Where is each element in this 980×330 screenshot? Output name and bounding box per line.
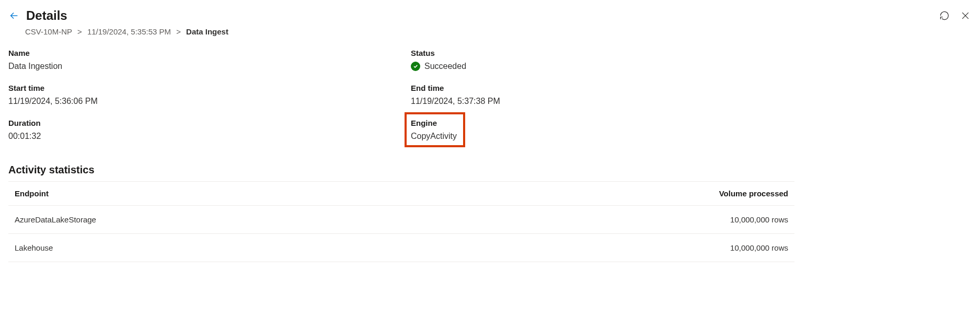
breadcrumb-current: Data Ingest — [186, 27, 228, 36]
breadcrumb-item[interactable]: 11/19/2024, 5:35:53 PM — [87, 27, 171, 36]
field-label: Engine — [411, 119, 457, 127]
status-text: Succeeded — [424, 62, 466, 71]
field-label: Start time — [8, 84, 411, 92]
col-endpoint: Endpoint — [8, 182, 429, 206]
info-grid: Name Data Ingestion Status Succeeded Sta… — [8, 49, 972, 147]
header-row: Details — [8, 8, 972, 23]
activity-section-title: Activity statistics — [8, 164, 972, 176]
header-left: Details — [8, 8, 67, 23]
breadcrumb-separator: > — [77, 27, 82, 36]
field-label: Name — [8, 49, 411, 57]
field-end-time: End time 11/19/2024, 5:37:38 PM — [411, 84, 972, 106]
cell-endpoint: AzureDataLakeStorage — [8, 206, 429, 234]
close-icon[interactable] — [959, 9, 972, 22]
field-duration: Duration 00:01:32 — [8, 119, 411, 147]
field-value: Data Ingestion — [8, 62, 411, 71]
field-value: 11/19/2024, 5:36:06 PM — [8, 97, 411, 106]
activity-table: Endpoint Volume processed AzureDataLakeS… — [8, 181, 794, 262]
field-label: Duration — [8, 119, 411, 127]
col-volume: Volume processed — [429, 182, 794, 206]
field-status: Status Succeeded — [411, 49, 972, 71]
field-label: Status — [411, 49, 972, 57]
refresh-icon[interactable] — [938, 9, 951, 22]
field-value: CopyActivity — [411, 132, 457, 141]
field-value: 00:01:32 — [8, 132, 411, 141]
highlight-box: Engine CopyActivity — [405, 112, 465, 147]
cell-volume: 10,000,000 rows — [429, 206, 794, 234]
breadcrumb-item[interactable]: CSV-10M-NP — [25, 27, 72, 36]
page-title: Details — [26, 8, 67, 23]
field-label: End time — [411, 84, 972, 92]
success-icon — [411, 62, 420, 71]
field-engine: Engine CopyActivity — [411, 119, 972, 147]
back-arrow-icon[interactable] — [8, 10, 20, 21]
breadcrumb: CSV-10M-NP > 11/19/2024, 5:35:53 PM > Da… — [25, 27, 972, 36]
table-row: AzureDataLakeStorage 10,000,000 rows — [8, 206, 794, 234]
field-name: Name Data Ingestion — [8, 49, 411, 71]
field-value: 11/19/2024, 5:37:38 PM — [411, 97, 972, 106]
table-row: Lakehouse 10,000,000 rows — [8, 234, 794, 262]
cell-endpoint: Lakehouse — [8, 234, 429, 262]
header-right — [938, 9, 972, 22]
cell-volume: 10,000,000 rows — [429, 234, 794, 262]
breadcrumb-separator: > — [176, 27, 181, 36]
field-value: Succeeded — [411, 62, 972, 71]
field-start-time: Start time 11/19/2024, 5:36:06 PM — [8, 84, 411, 106]
table-header-row: Endpoint Volume processed — [8, 182, 794, 206]
